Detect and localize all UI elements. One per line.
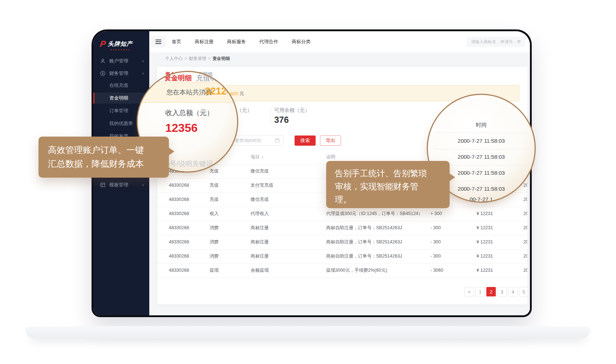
- cell-type: 消费: [210, 249, 219, 263]
- cell-project: 余额提现: [251, 263, 269, 278]
- sidebar-subitem-label: 在线充值: [109, 80, 128, 91]
- cell-project: 商标注册: [251, 221, 269, 235]
- breadcrumb-part[interactable]: 财务管理: [189, 56, 206, 61]
- cell-type: 消费: [210, 221, 219, 235]
- cell-time: 2000-7-27 11:58:03: [523, 263, 527, 278]
- table-row: 48330268消费商标注册商标自助注册，订单号：SB2514263J- 300…: [157, 221, 527, 235]
- cell-type: 充值: [210, 178, 219, 193]
- user-icon: [100, 58, 106, 64]
- nav-item[interactable]: 代理合作: [259, 39, 278, 45]
- cell-type: 收入: [210, 207, 219, 221]
- chevron-down-icon: ∨: [261, 150, 264, 164]
- nav-item[interactable]: 商标注册: [195, 39, 214, 45]
- cell-time: 2000-7-27 11:58:03: [523, 249, 527, 263]
- sidebar-subitem-label: 资金明细: [109, 93, 128, 104]
- page-prev-button[interactable]: <: [465, 287, 474, 296]
- page: P 头牌知产 账户管理 ∨ 财务管: [0, 0, 616, 364]
- cell-time: 2000-7-27 11:58:03: [523, 193, 527, 207]
- laptop-base: [25, 326, 590, 339]
- menu-icon[interactable]: [151, 36, 166, 48]
- sidebar-subitem[interactable]: 在线充值: [93, 80, 149, 91]
- nav-item[interactable]: 商标服务: [227, 39, 246, 45]
- lens-divider: [434, 133, 529, 133]
- breadcrumb-part: 资金明细: [212, 56, 230, 61]
- table-row: 48330268消费商标注册商标自助注册，订单号：SB2514263J- 300…: [157, 235, 527, 250]
- brand-logo-icon: P: [99, 40, 106, 48]
- cell-balance: ¥ 12231: [477, 207, 493, 221]
- sidebar-item-finance[interactable]: 财务管理 ∧: [93, 68, 149, 79]
- lens-divider: [434, 149, 529, 149]
- callout-tail: [449, 173, 455, 181]
- table-row: 48330268收入代理收入代理提成300元（ID:1245，订单号：SB451…: [157, 207, 527, 221]
- cell-order: 48330268: [169, 249, 189, 263]
- chevron-down-icon: ∨: [142, 56, 144, 66]
- page-button[interactable]: 5: [519, 287, 527, 296]
- cell-amount: - 3060: [430, 263, 443, 278]
- cell-balance: ¥ 12231: [477, 221, 493, 235]
- callout-left: 高效管理账户订单、一键汇总数据，降低财务成本: [38, 137, 169, 178]
- cell-time: 2000-7-27 11:58:03: [523, 207, 527, 221]
- chevron-down-icon: ∨: [142, 179, 144, 190]
- callout-tail: [169, 147, 174, 155]
- top-nav-links: 首页商标注册商标服务代理合作商标分类: [172, 31, 311, 52]
- cell-time: 2000-7-27 11:58:03: [523, 235, 527, 249]
- cell-type: 充值: [210, 193, 219, 207]
- cell-time: 2000-7-27 11:58:03: [523, 221, 527, 235]
- cell-amount: - 300: [430, 235, 441, 249]
- top-navbar: 首页商标注册商标服务代理合作商标分类: [149, 31, 530, 53]
- callout-right: 告别手工统计、告别繁琐审核，实现智能财务管理。: [326, 161, 450, 208]
- brand-logo-accent: [110, 49, 129, 50]
- cell-project: 代理收入: [251, 207, 269, 221]
- cell-order: 48330268: [169, 263, 189, 278]
- search-button[interactable]: 搜索: [295, 136, 316, 146]
- callout-text-line: 告别手工统计、告别繁琐: [335, 167, 441, 180]
- cell-project: 微信充值: [251, 193, 269, 207]
- callout-text-line: 审核，实现智能财务管: [335, 180, 441, 193]
- cell-order: 48330268: [169, 221, 189, 235]
- search-input[interactable]: [467, 37, 525, 47]
- cell-balance: ¥ 12231: [477, 235, 493, 249]
- cell-amount: - 300: [430, 249, 441, 263]
- page-button[interactable]: 2: [486, 287, 496, 296]
- breadcrumb-part[interactable]: 个人中心: [165, 56, 183, 61]
- cell-type: 提现: [210, 263, 219, 278]
- brand-logo: P 头牌知产: [100, 40, 133, 48]
- nav-item[interactable]: 首页: [172, 39, 181, 45]
- cell-order: 48330268: [169, 235, 189, 249]
- cell-desc: 商标自助注册，订单号：SB2514263J: [326, 221, 402, 235]
- page-button[interactable]: 4: [508, 287, 518, 296]
- page-button[interactable]: 3: [497, 287, 507, 296]
- consumption-amount-tail: 820 元: [230, 90, 244, 97]
- cell-amount: + 300: [430, 207, 442, 221]
- sidebar-item-template[interactable]: 模板管理 ∨: [93, 179, 149, 190]
- table-row: 48330268提现余额提现提现3000元，手续费2%(60元)- 3060¥ …: [157, 263, 527, 278]
- calendar-icon[interactable]: [275, 138, 280, 143]
- cell-balance: ¥ 12231: [477, 263, 493, 278]
- cell-project: 微信充值: [251, 164, 269, 178]
- chevron-up-icon: ∧: [142, 68, 144, 79]
- callout-text-line: 高效管理账户订单、一键: [48, 143, 159, 157]
- cell-project: 商标注册: [251, 249, 269, 263]
- sidebar-subitem-label: 我的优惠券: [109, 118, 133, 129]
- nav-item[interactable]: 商标分类: [292, 39, 311, 45]
- column-project[interactable]: 项目∨: [251, 150, 260, 164]
- finance-icon: [100, 70, 106, 76]
- table-row: 48330268消费商标注册商标自助注册，订单号：SB2514263J- 300…: [157, 249, 527, 264]
- stat-divider: [271, 108, 271, 125]
- callout-text-line: 汇总数据，降低财务成本: [48, 157, 159, 171]
- lens-time-row: 2000-7-27 11:58:03: [428, 154, 535, 160]
- callout-text-line: 理。: [335, 193, 441, 206]
- cell-desc: 商标自助注册，订单号：SB2514263J: [326, 249, 402, 263]
- cell-project: 商标注册: [251, 235, 269, 249]
- cell-desc: 提现3000元，手续费2%(60元): [326, 263, 387, 278]
- stat-balance-value: 376: [274, 115, 289, 125]
- export-button[interactable]: 导出: [320, 136, 341, 146]
- stat-balance-label: 可用余额（元）: [274, 107, 310, 114]
- cell-amount: - 300: [430, 221, 441, 235]
- brand-name: 头牌知产: [108, 40, 133, 48]
- cell-type: 消费: [210, 235, 219, 249]
- pagination: <12345: [465, 287, 527, 296]
- sidebar-item-account[interactable]: 账户管理 ∨: [93, 56, 149, 66]
- breadcrumb: 个人中心>财务管理>资金明细: [165, 56, 230, 62]
- page-button[interactable]: 1: [475, 287, 485, 296]
